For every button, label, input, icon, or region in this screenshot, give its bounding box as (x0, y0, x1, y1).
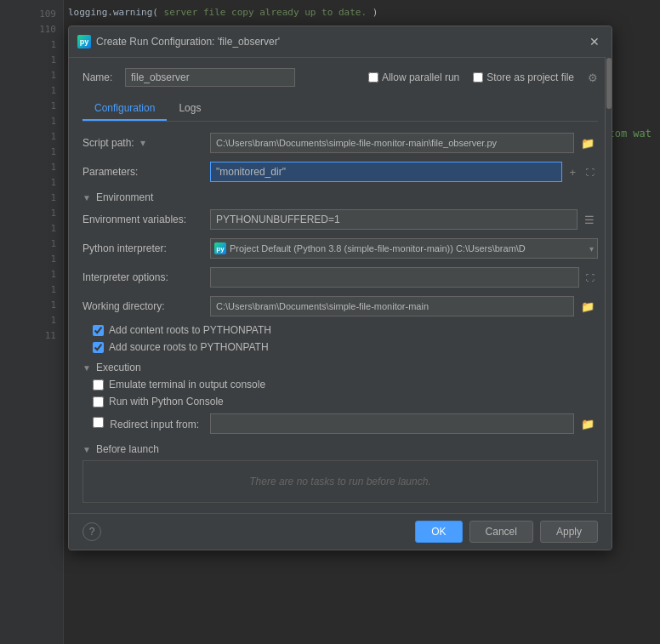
ok-button[interactable]: OK (415, 521, 462, 543)
execution-section-header[interactable]: ▼ Execution (82, 362, 598, 373)
store-project-checkbox[interactable] (473, 72, 483, 83)
redirect-input-checkbox[interactable] (93, 417, 104, 428)
options-checkboxes: Allow parallel run Store as project file… (368, 71, 598, 84)
help-button[interactable]: ? (82, 522, 101, 541)
interp-options-label: Interpreter options: (82, 271, 210, 283)
allow-parallel-checkbox[interactable] (368, 72, 378, 83)
parameters-control: + ⛶ (210, 162, 598, 182)
interpreter-selector[interactable]: py Project Default (Python 3.8 (simple-f… (210, 238, 598, 259)
interp-options-control: ⛶ (210, 267, 598, 288)
store-project-option: Store as project file (473, 71, 574, 83)
tab-logs[interactable]: Logs (167, 97, 213, 121)
script-path-browse-button[interactable]: 📁 (578, 135, 598, 151)
script-path-label: Script path: ▾ (82, 137, 210, 149)
environment-collapse-icon: ▼ (82, 193, 91, 202)
before-launch-section-title: Before launch (96, 443, 159, 455)
working-dir-label: Working directory: (82, 300, 210, 312)
interp-options-input[interactable] (210, 267, 579, 288)
titlebar-left: py Create Run Configuration: 'file_obser… (77, 35, 280, 48)
env-variables-control: ☰ (210, 209, 598, 230)
emulate-terminal-row: Emulate terminal in output console (82, 379, 598, 390)
emulate-terminal-label: Emulate terminal in output console (109, 379, 265, 390)
add-source-roots-label: Add source roots to PYTHONPATH (109, 341, 269, 353)
interp-options-row: Interpreter options: ⛶ (82, 266, 598, 288)
dialog-title: Create Run Configuration: 'file_observer… (96, 36, 280, 48)
execution-section-title: Execution (96, 362, 141, 373)
redirect-input-browse-button[interactable]: 📁 (578, 416, 598, 432)
environment-section-title: Environment (96, 191, 153, 203)
env-variables-label: Environment variables: (82, 214, 210, 225)
add-source-roots-row: Add source roots to PYTHONPATH (82, 341, 598, 353)
tabs-row: Configuration Logs (82, 97, 598, 122)
redirect-input-field[interactable] (210, 413, 574, 434)
script-path-input[interactable] (210, 133, 574, 153)
pycharm-icon: py (77, 35, 91, 48)
interpreter-text: Project Default (Python 3.8 (simple-file… (230, 243, 586, 254)
name-row: Name: Allow parallel run Store as projec… (82, 68, 598, 87)
tab-configuration[interactable]: Configuration (82, 97, 167, 121)
run-config-dialog: py Create Run Configuration: 'file_obser… (68, 26, 612, 550)
redirect-input-row: Redirect input from: 📁 (82, 413, 598, 435)
parameters-row: Parameters: + ⛶ (82, 161, 598, 183)
store-project-label: Store as project file (486, 71, 574, 83)
emulate-terminal-checkbox[interactable] (93, 379, 104, 390)
before-launch-collapse-icon: ▼ (82, 445, 91, 454)
scrollbar-thumb (606, 58, 612, 109)
interp-options-expand-button[interactable]: ⛶ (583, 271, 598, 284)
gear-icon-button[interactable]: ⚙ (588, 71, 598, 84)
interpreter-icon: py (214, 242, 226, 254)
dialog-body: Name: Allow parallel run Store as projec… (69, 58, 612, 513)
redirect-input-control: 📁 (210, 413, 598, 434)
run-python-console-label: Run with Python Console (109, 396, 224, 407)
script-path-row: Script path: ▾ 📁 (82, 132, 598, 154)
dialog-scrollbar[interactable] (605, 57, 612, 512)
python-interp-label: Python interpreter: (82, 242, 210, 254)
redirect-input-label: Redirect input from: (82, 417, 210, 430)
add-content-roots-label: Add content roots to PYTHONPATH (109, 324, 271, 336)
dialog-titlebar: py Create Run Configuration: 'file_obser… (69, 26, 612, 58)
line-numbers: 109 110 1 1 1 1 1 1 1 1 1 1 1 1 1 1 1 1 … (0, 0, 64, 644)
add-source-roots-checkbox[interactable] (93, 342, 104, 353)
parameters-expand-button[interactable]: ⛶ (583, 166, 598, 179)
run-python-console-row: Run with Python Console (82, 396, 598, 407)
before-launch-area: There are no tasks to run before launch. (82, 460, 598, 503)
environment-section-header[interactable]: ▼ Environment (82, 191, 598, 203)
execution-collapse-icon: ▼ (82, 363, 91, 373)
interpreter-dropdown-button[interactable]: ▾ (589, 244, 594, 254)
working-dir-control: 📁 (210, 296, 598, 316)
cancel-button[interactable]: Cancel (469, 521, 533, 543)
add-content-roots-checkbox[interactable] (93, 325, 104, 336)
add-content-roots-row: Add content roots to PYTHONPATH (82, 324, 598, 336)
script-dropdown-arrow[interactable]: ▾ (140, 137, 145, 149)
python-interp-row: Python interpreter: py Project Default (… (82, 237, 598, 259)
env-variables-row: Environment variables: ☰ (82, 208, 598, 231)
script-path-control: 📁 (210, 133, 598, 153)
name-input[interactable] (125, 68, 295, 87)
apply-button[interactable]: Apply (540, 521, 598, 543)
python-interp-control: py Project Default (Python 3.8 (simple-f… (210, 238, 598, 259)
parameters-label: Parameters: (82, 166, 210, 178)
working-dir-input[interactable] (210, 296, 574, 316)
parameters-input[interactable] (210, 162, 562, 182)
close-button[interactable]: ✕ (586, 33, 603, 50)
footer-buttons: OK Cancel Apply (415, 521, 598, 543)
name-label: Name: (82, 71, 117, 83)
env-variables-input[interactable] (210, 209, 578, 230)
dialog-footer: ? OK Cancel Apply (69, 513, 612, 550)
parameters-add-button[interactable]: + (566, 164, 579, 180)
allow-parallel-label: Allow parallel run (382, 71, 459, 83)
working-dir-browse-button[interactable]: 📁 (578, 299, 598, 315)
no-tasks-text: There are no tasks to run before launch. (249, 476, 430, 487)
run-python-console-checkbox[interactable] (93, 396, 104, 407)
code-line: logging.warning( server file copy alread… (68, 7, 378, 18)
env-variables-edit-button[interactable]: ☰ (581, 212, 598, 228)
allow-parallel-option: Allow parallel run (368, 71, 459, 83)
before-launch-section-header[interactable]: ▼ Before launch (82, 443, 598, 455)
working-dir-row: Working directory: 📁 (82, 295, 598, 317)
